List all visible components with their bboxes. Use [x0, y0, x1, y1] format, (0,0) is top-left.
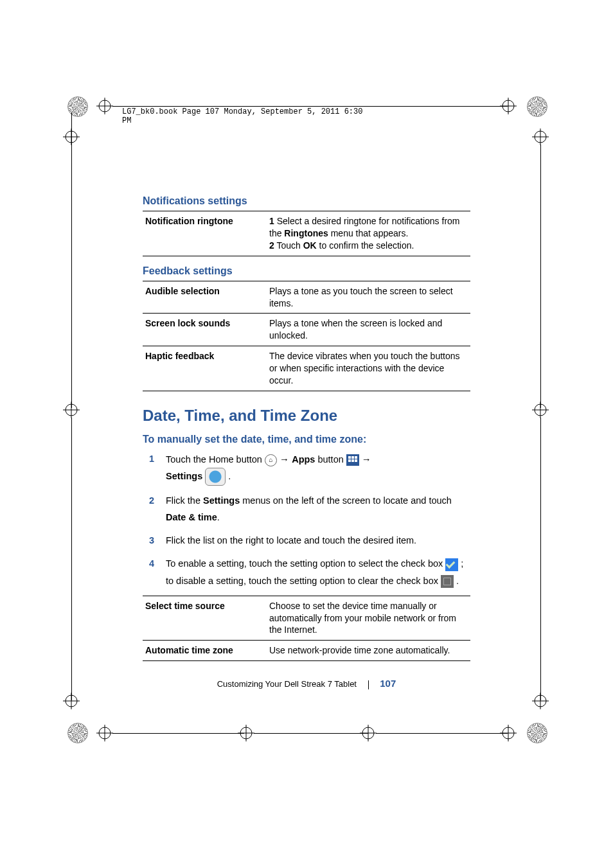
steps-list: 1 Touch the Home button ⌂ → Apps button … — [143, 450, 470, 589]
step-item: 4 To enable a setting, touch the setting… — [143, 555, 470, 589]
crosshair-icon — [96, 725, 113, 741]
row-label: Notification ringtone — [143, 211, 267, 256]
row-label: Select time source — [143, 596, 267, 641]
row-desc: 1 Select a desired ringtone for notifica… — [267, 211, 470, 256]
text-bold: Apps — [292, 454, 315, 465]
text-bold: OK — [303, 240, 317, 251]
text: . — [217, 512, 220, 522]
crosshair-icon — [532, 128, 549, 145]
print-line — [376, 733, 508, 734]
text-bold: Settings — [203, 495, 240, 506]
print-line — [540, 145, 541, 408]
print-line — [254, 733, 368, 734]
text: Touch the Home button — [166, 454, 265, 465]
settings-icon — [205, 468, 226, 486]
checkbox-checked-icon — [445, 558, 458, 571]
divider — [368, 680, 369, 689]
section-heading-feedback: Feedback settings — [143, 265, 470, 277]
row-label: Audible selection — [143, 281, 267, 314]
step-item: 2 Flick the Settings menus on the left o… — [143, 492, 470, 526]
text-bold: Settings — [166, 471, 202, 481]
text: menus on the left of the screen to locat… — [240, 495, 452, 506]
step-item: 3 Flick the list on the right to locate … — [143, 532, 470, 549]
row-desc: The device vibrates when you touch the b… — [267, 346, 470, 391]
datetime-table: Select time source Choose to set the dev… — [143, 596, 470, 662]
row-desc: Choose to set the device time manually o… — [267, 596, 470, 641]
step-num: 2 — [149, 492, 154, 509]
text: to confirm the selection. — [317, 240, 414, 251]
row-label: Haptic feedback — [143, 346, 267, 391]
step-num: 1 — [269, 216, 274, 226]
print-mark-icon — [67, 723, 88, 743]
text: Flick the — [166, 495, 203, 506]
text: To enable a setting, touch the setting o… — [166, 558, 445, 569]
print-line — [112, 733, 244, 734]
section-heading-notifications: Notifications settings — [143, 195, 470, 207]
text: button — [317, 454, 346, 465]
text: Touch — [276, 240, 303, 251]
checkbox-unchecked-icon — [441, 575, 454, 588]
print-line — [71, 112, 72, 408]
crosshair-icon — [96, 98, 113, 114]
row-desc: Use network-provide time zone automatica… — [267, 641, 470, 661]
row-label: Screen lock sounds — [143, 314, 267, 346]
print-line — [540, 418, 541, 700]
section-subheading-datetime: To manually set the date, time, and time… — [143, 434, 470, 445]
row-label: Automatic time zone — [143, 641, 267, 661]
footer-text: Customizing Your Dell Streak 7 Tablet — [217, 679, 357, 689]
step-num: 3 — [149, 532, 154, 549]
section-heading-datetime: Date, Time, and Time Zone — [143, 407, 470, 425]
apps-icon — [346, 454, 359, 466]
text: . — [226, 471, 231, 481]
print-line — [71, 418, 72, 700]
page-footer: Customizing Your Dell Streak 7 Tablet 10… — [0, 678, 613, 689]
row-desc: Plays a tone as you touch the screen to … — [267, 281, 470, 314]
page-number: 107 — [380, 678, 396, 689]
step-item: 1 Touch the Home button ⌂ → Apps button … — [143, 450, 470, 486]
text: menu that appears. — [328, 228, 409, 238]
notifications-table: Notification ringtone 1 Select a desired… — [143, 211, 470, 256]
print-mark-icon — [527, 96, 547, 117]
text: Flick the list on the right to locate an… — [166, 535, 416, 545]
page-content: Notifications settings Notification ring… — [143, 186, 470, 661]
text-bold: Date & time — [166, 512, 217, 522]
row-desc: Plays a tone when the screen is locked a… — [267, 314, 470, 346]
step-num: 4 — [149, 555, 154, 572]
home-icon: ⌂ — [265, 454, 277, 466]
text: . — [456, 576, 459, 586]
print-mark-icon — [527, 723, 547, 743]
step-num: 1 — [149, 450, 154, 467]
arrow-icon: → — [280, 454, 292, 465]
step-num: 2 — [269, 240, 274, 251]
text-bold: Ringtones — [284, 228, 328, 238]
running-head: LG7_bk0.book Page 107 Monday, September … — [122, 106, 366, 125]
feedback-table: Audible selection Plays a tone as you to… — [143, 281, 470, 391]
arrow-icon: → — [362, 454, 371, 465]
print-mark-icon — [67, 96, 88, 117]
